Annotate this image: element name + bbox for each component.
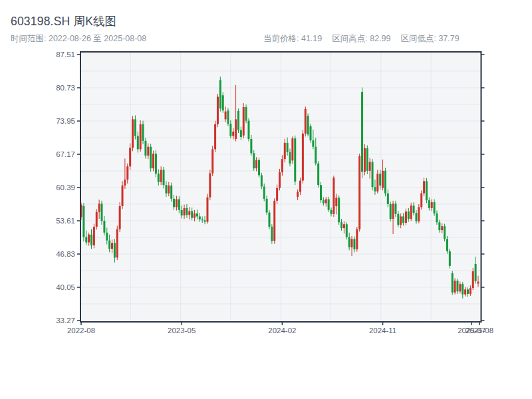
candle-body: [340, 222, 342, 228]
candle-body: [219, 80, 221, 108]
candle-body: [217, 96, 219, 124]
candle-body: [420, 194, 422, 207]
candle-body: [320, 185, 322, 200]
candle-body: [196, 213, 198, 216]
candle-body: [160, 170, 162, 182]
candle-body: [397, 214, 399, 225]
candle-body: [438, 222, 440, 230]
candle-body: [209, 174, 211, 198]
candle-body: [101, 203, 103, 221]
y-tick-label: 60.39: [56, 184, 75, 192]
candle-body: [116, 229, 118, 258]
candle-body: [165, 185, 167, 194]
candle-body: [266, 199, 268, 213]
candle-body: [237, 111, 239, 130]
candle-body: [328, 200, 330, 210]
candle-body: [152, 154, 154, 168]
candle-body: [114, 243, 116, 257]
candle-body: [384, 171, 386, 194]
candle-body: [211, 149, 213, 173]
candle-body: [297, 192, 299, 197]
candle-body: [279, 172, 281, 188]
y-tick-label: 40.05: [56, 283, 75, 291]
candle-body: [390, 204, 392, 219]
candle-body: [315, 147, 317, 164]
candle-body: [307, 116, 309, 134]
candle-body: [232, 132, 234, 136]
candle-body: [287, 143, 289, 152]
y-tick-label: 87.51: [56, 51, 75, 59]
candle-body: [358, 156, 360, 229]
candle-body: [88, 235, 90, 243]
page-title: 603198.SH 周K线图: [11, 13, 116, 29]
candle-body: [184, 208, 186, 215]
candle-body: [258, 160, 260, 176]
y-tick-label: 33.27: [56, 317, 75, 325]
candle-body: [323, 200, 325, 203]
candle-body: [423, 181, 425, 193]
candle-body: [441, 226, 443, 230]
candle-body: [467, 289, 469, 294]
candle-body: [348, 237, 350, 247]
y-tick-label: 67.17: [56, 150, 75, 158]
candle-body: [240, 130, 242, 137]
candle-body: [452, 273, 454, 293]
candle-body: [382, 171, 384, 188]
candle-body: [387, 194, 389, 204]
candle-body: [369, 162, 371, 171]
candle-body: [477, 282, 479, 284]
candle-body: [158, 174, 160, 182]
candle-body: [428, 200, 430, 208]
candle-body: [168, 186, 170, 194]
candle-body: [103, 221, 105, 233]
x-tick-label: 2024-11: [369, 327, 396, 334]
stat-current-price: 当前价格: 41.19: [263, 34, 322, 43]
y-tick-label: 53.61: [56, 217, 75, 225]
candle-body: [276, 188, 278, 201]
candle-body: [379, 174, 381, 186]
candle-body: [178, 200, 180, 210]
candle-body: [392, 203, 394, 219]
candle-body: [235, 119, 237, 138]
candle-body: [96, 212, 98, 227]
candle-body: [402, 216, 404, 223]
candle-body: [181, 210, 183, 215]
x-tick-label: 2023-05: [168, 327, 196, 334]
candle-body: [147, 147, 149, 156]
candle-body: [170, 186, 172, 199]
candle-body: [273, 201, 275, 241]
candle-body: [431, 202, 433, 208]
candle-body: [222, 95, 224, 110]
candle-body: [245, 107, 247, 121]
candle-body: [444, 226, 446, 239]
candle-body: [199, 216, 201, 219]
candle-body: [332, 178, 334, 214]
candle-body: [418, 207, 420, 221]
candle-body: [475, 264, 477, 281]
candle-body: [394, 203, 396, 213]
candle-body: [356, 229, 358, 249]
candle-body: [90, 235, 92, 245]
x-tick-label: 2025-08: [466, 327, 493, 334]
candle-body: [124, 180, 126, 186]
candle-body: [361, 92, 363, 172]
candle-body: [325, 200, 327, 203]
candle-body: [255, 160, 257, 169]
candle-body: [150, 147, 152, 168]
candle-body: [163, 170, 165, 185]
candle-body: [247, 121, 249, 139]
candle-body: [405, 211, 407, 223]
candle-body: [343, 224, 345, 228]
stat-range-low: 区间低点: 37.79: [400, 34, 459, 43]
x-tick-label: 2024-02: [268, 327, 296, 334]
candle-body: [364, 148, 366, 172]
candle-body: [434, 202, 436, 213]
candle-body: [119, 206, 121, 229]
candle-body: [464, 289, 466, 294]
y-tick-label: 46.83: [56, 250, 75, 258]
candle-body: [204, 220, 206, 221]
candle-body: [144, 141, 146, 156]
candle-body: [299, 181, 301, 192]
candle-body: [108, 241, 110, 249]
candle-body: [454, 281, 456, 293]
